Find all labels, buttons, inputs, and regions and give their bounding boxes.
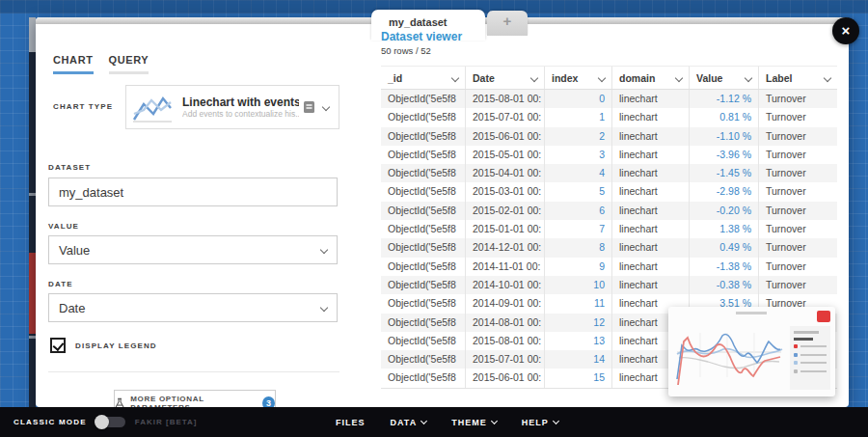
table-row[interactable]: ObjectId('5e5f82014-10-01 00:10linechart…: [381, 276, 837, 294]
table-row[interactable]: ObjectId('5e5f82015-08-01 00:0linechart-…: [381, 90, 837, 108]
table-row[interactable]: ObjectId('5e5f82014-11-01 00:9linechart-…: [381, 258, 837, 276]
table-row[interactable]: ObjectId('5e5f82015-03-01 00:5linechart-…: [381, 182, 837, 201]
chevron-down-icon[interactable]: [451, 73, 459, 81]
table-row[interactable]: ObjectId('5e5f82015-07-01 00:1linechart0…: [381, 108, 837, 126]
cell-id: ObjectId('5e5f8: [381, 294, 466, 313]
chevron-down-icon: [320, 246, 328, 254]
legend-caption-placeholder: [794, 331, 819, 334]
legend-text-placeholder: [800, 370, 827, 372]
dataset-viewer-title[interactable]: Dataset viewer: [381, 30, 462, 43]
cell-Date: 2015-03-01 00:: [466, 182, 545, 201]
cell-domain: linechart: [612, 258, 690, 276]
add-tab-button[interactable]: +: [487, 11, 528, 36]
cell-Date: 2015-08-01 00:: [466, 90, 545, 108]
cell-Value: -3.96 %: [690, 146, 759, 164]
chevron-down-icon[interactable]: [675, 73, 683, 81]
docs-book-icon[interactable]: [303, 100, 315, 114]
cell-id: ObjectId('5e5f8: [381, 258, 466, 276]
legend-item: [794, 344, 827, 348]
legend-marker-icon: [794, 344, 798, 348]
column-header-Label[interactable]: Label: [759, 67, 837, 89]
menu-item-theme[interactable]: THEME: [451, 418, 497, 427]
cell-id: ObjectId('5e5f8: [381, 369, 466, 387]
dataset-input[interactable]: my_dataset: [48, 178, 338, 206]
display-legend-checkbox-row[interactable]: DISPLAY LEGEND: [50, 338, 157, 353]
menu-item-data[interactable]: DATA: [391, 418, 427, 427]
cell-Label: Turnover: [759, 182, 837, 201]
cell-index: 8: [545, 238, 612, 257]
column-header-label: Label: [766, 72, 792, 84]
cell-Date: 2014-10-01 00:: [466, 276, 545, 294]
cell-index: 5: [545, 182, 612, 201]
tab-query[interactable]: QUERY: [109, 54, 149, 74]
table-row[interactable]: ObjectId('5e5f82015-05-01 00:3linechart-…: [381, 146, 837, 164]
chevron-down-icon[interactable]: [598, 73, 606, 81]
cell-id: ObjectId('5e5f8: [381, 350, 466, 369]
date-select[interactable]: Date: [48, 293, 338, 322]
cell-index: 13: [545, 332, 612, 350]
cell-domain: linechart: [612, 127, 690, 146]
cell-domain: linechart: [612, 202, 690, 220]
chevron-down-icon[interactable]: [824, 73, 831, 81]
cell-index: 12: [545, 314, 612, 332]
column-header-label: Value: [696, 72, 722, 84]
column-header-label: index: [552, 72, 578, 84]
table-row[interactable]: ObjectId('5e5f82015-06-01 00:2linechart-…: [381, 127, 837, 146]
cell-Label: Turnover: [759, 220, 837, 238]
table-row[interactable]: ObjectId('5e5f82015-02-01 00:6linechart-…: [381, 202, 837, 220]
chart-type-selector[interactable]: Linechart with events Add events to cont…: [125, 85, 339, 129]
chart-query-tabs: CHARTQUERY: [53, 54, 149, 74]
cell-Date: 2015-06-01 00:: [466, 369, 545, 387]
column-header-Value[interactable]: Value: [690, 67, 759, 89]
value-select[interactable]: Value: [48, 235, 338, 264]
chart-type-name: Linechart with events: [182, 96, 299, 109]
chevron-down-icon[interactable]: [322, 103, 330, 111]
cell-index: 11: [545, 294, 612, 313]
cell-Date: 2015-07-01 00:: [466, 108, 545, 126]
menu-item-help[interactable]: HELP: [522, 418, 558, 427]
toggle-knob[interactable]: [95, 415, 109, 429]
chevron-down-icon[interactable]: [530, 73, 538, 81]
column-header-label: domain: [619, 72, 655, 84]
chart-type-description: Add events to contextualize his...: [182, 109, 299, 119]
menu-item-files[interactable]: FILES: [336, 418, 366, 427]
cell-index: 10: [545, 276, 612, 294]
legend-text-placeholder: [800, 362, 827, 364]
cell-domain: linechart: [612, 108, 690, 126]
cell-Label: Turnover: [759, 202, 837, 220]
chart-preview-card[interactable]: [668, 307, 835, 396]
table-row[interactable]: ObjectId('5e5f82015-01-01 00:7linechart1…: [381, 220, 837, 238]
legend-date-placeholder: [794, 338, 813, 341]
cell-Value: 0.81 %: [690, 108, 759, 126]
display-legend-checkbox[interactable]: [50, 338, 66, 353]
table-row[interactable]: ObjectId('5e5f82014-12-01 00:8linechart0…: [381, 238, 837, 257]
preview-export-icon[interactable]: [817, 311, 830, 322]
value-select-value: Value: [59, 243, 90, 258]
display-legend-label: DISPLAY LEGEND: [75, 341, 157, 350]
cell-id: ObjectId('5e5f8: [381, 332, 466, 350]
column-header-id[interactable]: _id: [381, 67, 466, 89]
left-rail-divider: [29, 336, 36, 339]
chevron-down-icon: [320, 304, 328, 312]
legend-item: [794, 361, 827, 365]
cell-domain: linechart: [612, 164, 690, 182]
cell-Date: 2015-04-01 00:: [466, 164, 545, 182]
tab-chart[interactable]: CHART: [53, 54, 94, 74]
cell-domain: linechart: [612, 220, 690, 238]
column-header-domain[interactable]: domain: [612, 67, 690, 89]
legend-item: [794, 369, 827, 373]
chevron-down-icon[interactable]: [745, 73, 752, 81]
table-row[interactable]: ObjectId('5e5f82015-04-01 00:4linechart-…: [381, 164, 837, 182]
cell-id: ObjectId('5e5f8: [381, 127, 466, 146]
legend-item: [794, 353, 827, 357]
cell-index: 4: [545, 164, 612, 182]
date-label: DATE: [48, 280, 73, 288]
cell-domain: linechart: [612, 90, 690, 108]
cell-Value: -2.98 %: [690, 182, 759, 201]
cell-index: 2: [545, 127, 612, 146]
close-icon[interactable]: ×: [832, 17, 859, 44]
classic-mode-toggle[interactable]: [96, 417, 125, 427]
column-header-index[interactable]: index: [545, 67, 612, 89]
column-header-Date[interactable]: Date: [466, 67, 545, 89]
cell-id: ObjectId('5e5f8: [381, 314, 466, 332]
